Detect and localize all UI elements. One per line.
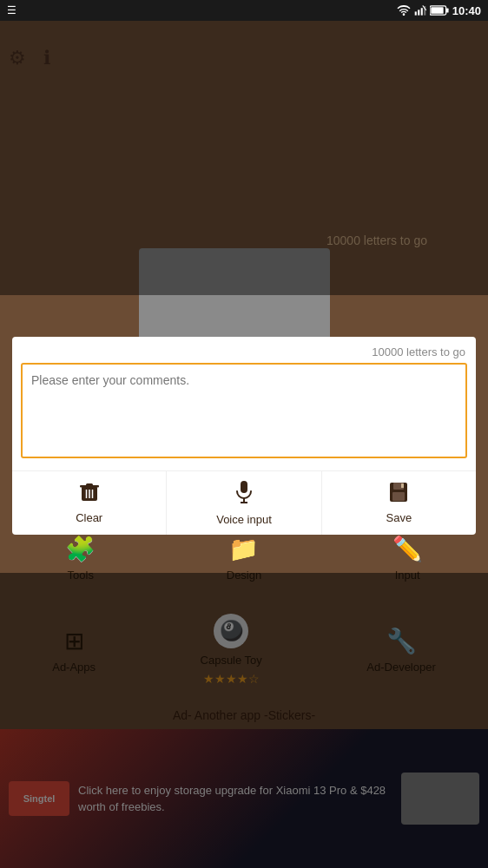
tools-icon: 🧩 (65, 535, 96, 563)
modal-header: 10000 letters to go (12, 337, 476, 363)
status-bar-right: 10:40 (397, 4, 481, 17)
menu-icon: ☰ (7, 4, 16, 16)
modal-letters-count: 10000 letters to go (372, 345, 465, 358)
microphone-icon (234, 480, 254, 510)
svg-rect-14 (241, 481, 247, 493)
voice-input-label: Voice input (216, 513, 272, 526)
svg-rect-20 (401, 483, 404, 488)
clear-label: Clear (76, 511, 102, 524)
status-bar: ☰ 10:40 (0, 0, 488, 21)
signal-icon (414, 5, 426, 16)
battery-icon (430, 5, 449, 16)
input-icon: ✏️ (392, 535, 423, 563)
status-time: 10:40 (452, 4, 481, 17)
clear-button[interactable]: Clear (12, 471, 167, 535)
save-icon (389, 482, 408, 508)
svg-rect-0 (414, 11, 416, 15)
svg-rect-19 (392, 492, 405, 501)
design-icon: 📁 (228, 535, 259, 563)
save-button[interactable]: Save (322, 471, 476, 535)
svg-rect-1 (418, 10, 419, 15)
bottom-overlay (0, 573, 488, 868)
status-bar-left: ☰ (7, 4, 16, 16)
modal-textarea-wrapper (12, 363, 476, 470)
comment-modal: 10000 letters to go Clear (12, 337, 476, 535)
wifi-icon (397, 5, 411, 16)
modal-actions: Clear Voice input (12, 470, 476, 535)
svg-rect-7 (431, 7, 443, 14)
svg-rect-6 (446, 8, 449, 12)
svg-rect-10 (80, 485, 99, 488)
voice-input-button[interactable]: Voice input (167, 471, 321, 535)
clear-icon (80, 482, 99, 508)
svg-rect-2 (420, 8, 422, 15)
comment-textarea[interactable] (21, 363, 467, 458)
save-label: Save (386, 511, 412, 524)
top-overlay (0, 0, 488, 295)
